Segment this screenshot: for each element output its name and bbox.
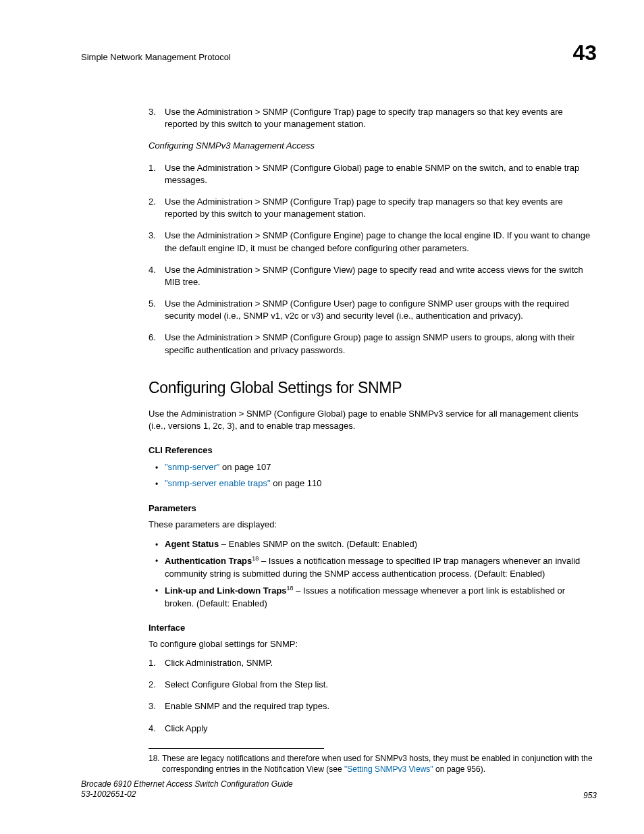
list-item: 1. Click Administration, SNMP. (149, 657, 597, 669)
list-text: Use the Administration > SNMP (Configure… (165, 196, 597, 220)
param-name: Authentication Traps (165, 556, 252, 567)
list-text: Click Apply (165, 723, 597, 735)
footnote-post: on page 956). (433, 764, 485, 774)
bullet-icon: • (149, 538, 165, 551)
list-text: Use the Administration > SNMP (Configure… (165, 298, 597, 322)
bullet-icon: • (149, 554, 165, 580)
subsection-title: Configuring SNMPv3 Management Access (149, 140, 597, 152)
link-snmp-server-enable-traps[interactable]: "snmp-server enable traps" (165, 478, 271, 488)
chapter-number: 43 (572, 41, 597, 66)
list-number: 1. (149, 162, 165, 186)
list-number: 2. (149, 196, 165, 220)
list-item: 1. Use the Administration > SNMP (Config… (149, 162, 597, 186)
list-text: Use the Administration > SNMP (Configure… (165, 264, 597, 288)
list-number: 4. (149, 264, 165, 288)
footnote-text: These are legacy notifications and there… (162, 753, 597, 775)
list-item: 6. Use the Administration > SNMP (Config… (149, 332, 597, 356)
list-number: 4. (149, 723, 165, 735)
list-text: Authentication Traps18 – Issues a notifi… (165, 554, 597, 580)
page-content: 3. Use the Administration > SNMP (Config… (149, 106, 597, 775)
list-text: Enable SNMP and the required trap types. (165, 700, 597, 712)
page-footer: Brocade 6910 Ethernet Access Switch Conf… (81, 779, 597, 800)
bullet-icon: • (149, 584, 165, 610)
list-item: 3. Enable SNMP and the required trap typ… (149, 700, 597, 712)
bullet-icon: • (149, 461, 165, 474)
link-snmp-server[interactable]: "snmp-server" (165, 462, 219, 472)
list-text: Use the Administration > SNMP (Configure… (165, 106, 597, 130)
running-head: Simple Network Management Protocol (81, 52, 231, 62)
list-item: 2. Use the Administration > SNMP (Config… (149, 196, 597, 220)
param-desc: – Enables SNMP on the switch. (Default: … (219, 539, 417, 549)
list-item: • Agent Status – Enables SNMP on the swi… (149, 538, 597, 551)
interface-heading: Interface (149, 622, 597, 634)
list-number: 6. (149, 332, 165, 356)
footnote-number: 18. (149, 753, 162, 775)
list-item: 4. Click Apply (149, 723, 597, 735)
footnote: 18. These are legacy notifications and t… (149, 753, 597, 775)
list-text: "snmp-server enable traps" on page 110 (165, 477, 597, 490)
link-tail: on page 110 (271, 478, 322, 488)
parameters-intro: These parameters are displayed: (149, 519, 597, 531)
footnote-ref: 18 (287, 585, 294, 592)
list-text: Agent Status – Enables SNMP on the switc… (165, 538, 597, 551)
param-name: Link-up and Link-down Traps (165, 585, 287, 596)
list-number: 3. (149, 230, 165, 254)
list-item: 5. Use the Administration > SNMP (Config… (149, 298, 597, 322)
section-heading: Configuring Global Settings for SNMP (149, 377, 597, 398)
footnote-separator (149, 748, 324, 749)
list-number: 3. (149, 106, 165, 130)
link-setting-snmpv3-views[interactable]: "Setting SNMPv3 Views" (344, 764, 433, 774)
list-item: • Link-up and Link-down Traps18 – Issues… (149, 584, 597, 610)
list-item: 2. Select Configure Global from the Step… (149, 679, 597, 691)
interface-intro: To configure global settings for SNMP: (149, 638, 597, 650)
list-text: Select Configure Global from the Step li… (165, 679, 597, 691)
section-intro: Use the Administration > SNMP (Configure… (149, 408, 597, 432)
page-number: 953 (583, 791, 597, 800)
list-text: Use the Administration > SNMP (Configure… (165, 162, 597, 186)
cli-references-heading: CLI References (149, 444, 597, 457)
link-tail: on page 107 (219, 462, 271, 472)
footnote-ref: 18 (252, 555, 259, 562)
list-item: • "snmp-server enable traps" on page 110 (149, 477, 597, 490)
footer-title: Brocade 6910 Ethernet Access Switch Conf… (81, 779, 293, 790)
list-item: 4. Use the Administration > SNMP (Config… (149, 264, 597, 288)
list-text: Use the Administration > SNMP (Configure… (165, 332, 597, 356)
bullet-icon: • (149, 477, 165, 490)
param-name: Agent Status (165, 539, 219, 549)
list-item: 3. Use the Administration > SNMP (Config… (149, 106, 597, 130)
list-text: Click Administration, SNMP. (165, 657, 597, 669)
list-number: 1. (149, 657, 165, 669)
list-number: 2. (149, 679, 165, 691)
list-text: Link-up and Link-down Traps18 – Issues a… (165, 584, 597, 610)
parameters-heading: Parameters (149, 502, 597, 515)
page-header: Simple Network Management Protocol 43 (81, 41, 597, 66)
footer-docnum: 53-1002651-02 (81, 789, 293, 800)
list-item: • Authentication Traps18 – Issues a noti… (149, 554, 597, 580)
list-item: 3. Use the Administration > SNMP (Config… (149, 230, 597, 254)
list-item: • "snmp-server" on page 107 (149, 461, 597, 474)
list-number: 3. (149, 700, 165, 712)
list-text: Use the Administration > SNMP (Configure… (165, 230, 597, 254)
footer-left: Brocade 6910 Ethernet Access Switch Conf… (81, 779, 293, 800)
list-number: 5. (149, 298, 165, 322)
list-text: "snmp-server" on page 107 (165, 461, 597, 474)
